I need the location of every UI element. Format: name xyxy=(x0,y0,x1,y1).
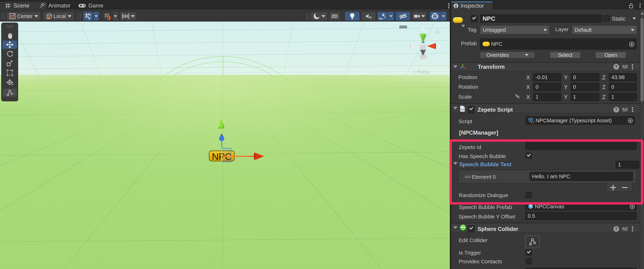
svg-text:Y: Y xyxy=(88,16,90,20)
svg-text:{}: {} xyxy=(531,121,534,124)
svg-text:y: y xyxy=(422,25,424,31)
svg-text:x: x xyxy=(438,44,440,49)
svg-text:C#: C# xyxy=(461,108,464,111)
svg-text:Persp: Persp xyxy=(417,69,430,75)
